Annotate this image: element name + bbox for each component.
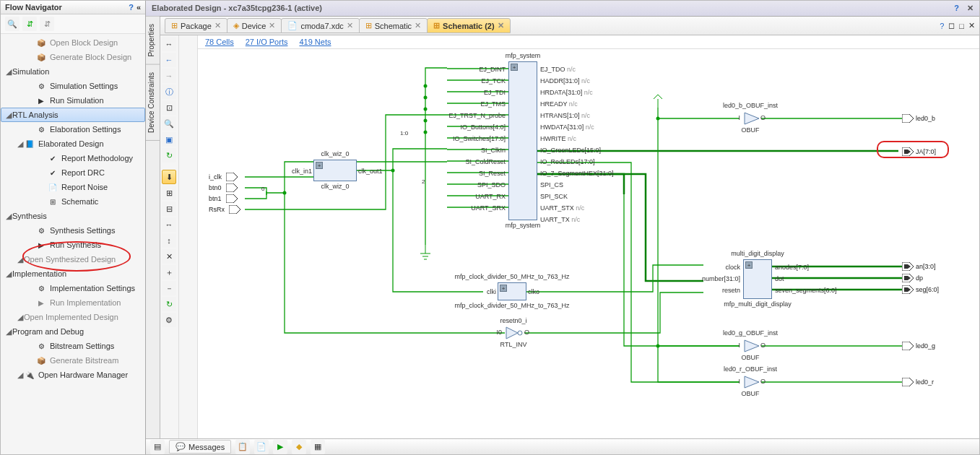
label: SI_ClkIn [481, 147, 506, 154]
remove-icon[interactable]: ✕ [162, 249, 176, 264]
tree-item[interactable]: ✔Report Methodology [1, 151, 145, 165]
cells-link[interactable]: 78 Cells [205, 38, 234, 46]
maximize-icon[interactable]: □ [959, 22, 964, 30]
output-pin[interactable]: an[3:0] [902, 262, 936, 271]
regen2-icon[interactable]: ↻ [162, 297, 176, 311]
tab-properties[interactable]: Properties [146, 17, 160, 65]
minus-icon[interactable]: － [162, 281, 176, 295]
cursor-icon[interactable]: ↔ [162, 37, 176, 51]
tree-item[interactable]: ⚙Implementation Settings [1, 281, 145, 295]
svg-text:0: 0 [261, 186, 265, 192]
collapse-tree-icon[interactable]: ⇵ [40, 17, 54, 31]
help-icon[interactable]: ? [940, 22, 944, 30]
tree-item[interactable]: ◢RTL Analysis [1, 108, 145, 122]
tab-schematic-2-[interactable]: ⊞Schematic (2)✕ [427, 18, 511, 33]
tree-item[interactable]: ⊞Schematic [1, 194, 145, 209]
settings-icon[interactable]: ⚙ [162, 313, 176, 327]
block-clk_wiz_0[interactable]: + [313, 160, 357, 181]
tree-item[interactable]: 📄Report Noise [1, 180, 145, 194]
info-icon[interactable]: ⓘ [162, 84, 176, 99]
tree-item[interactable]: ◢🔌Open Hardware Manager [1, 368, 145, 382]
label: mfp_system [506, 52, 541, 59]
block-mfp_clock_divider_50_MHz_to_763_Hz[interactable]: + [498, 282, 526, 300]
tree-item[interactable]: ◢Simulation [1, 64, 145, 79]
label: mfp_clock_divider_50_MHz_to_763_Hz [454, 273, 569, 280]
sb-icon-1[interactable]: 📋 [235, 440, 250, 454]
tree-item[interactable]: ⚙Simulation Settings [1, 79, 145, 93]
ports-link[interactable]: 27 I/O Ports [246, 38, 288, 46]
tab-device-constraints[interactable]: Device Constraints [146, 65, 160, 141]
tree-item[interactable]: ✔Report DRC [1, 165, 145, 180]
block-multi_digit_display[interactable]: + [743, 259, 772, 299]
svg-marker-25 [745, 340, 759, 352]
show-icon[interactable]: ⊞ [162, 186, 176, 200]
label: HWDATA[31:0] n/c [540, 124, 594, 131]
restore-icon[interactable]: ◻ [948, 21, 955, 30]
nets-link[interactable]: 419 Nets [299, 38, 331, 46]
tab-device[interactable]: ◈Device✕ [227, 18, 282, 33]
buffer[interactable] [743, 339, 760, 355]
input-pin[interactable]: btn0 [209, 183, 238, 192]
help-icon[interactable]: ? [129, 3, 134, 12]
label: clk_wiz_0 [321, 183, 349, 190]
inverter[interactable] [505, 326, 524, 342]
close-tab-icon[interactable]: ✕ [968, 21, 975, 30]
output-pin[interactable]: seg[6:0] [902, 285, 939, 294]
output-pin[interactable]: led0_r [902, 378, 934, 386]
tree-item[interactable]: ◢Program and Debug [1, 324, 145, 339]
plus-icon[interactable]: ＋ [162, 265, 176, 280]
sb-icon-4[interactable]: ◆ [292, 440, 306, 454]
sb-icon-5[interactable]: ▦ [311, 440, 325, 454]
block-mfp_system[interactable]: + [508, 61, 537, 220]
schematic-canvas[interactable]: 78 Cells27 I/O Ports419 Nets1:020i_clkbt… [198, 35, 979, 438]
hide-icon[interactable]: ⊟ [162, 202, 176, 216]
sb-icon-2[interactable]: 📄 [254, 440, 269, 454]
label: EJ_TDO n/c [540, 66, 576, 73]
collapse-h-icon[interactable]: ↕ [162, 233, 176, 248]
select-icon[interactable]: ▣ [162, 132, 176, 147]
input-pin[interactable]: btn1 [209, 194, 238, 203]
console-icon[interactable]: ▤ [150, 440, 165, 454]
svg-point-10 [424, 108, 428, 111]
forward-icon[interactable]: → [162, 69, 176, 83]
tree-item[interactable]: ⚙Synthesis Settings [1, 223, 145, 238]
input-pin[interactable]: i_clk [209, 173, 238, 181]
tree-item[interactable]: ◢Synthesis [1, 209, 145, 223]
search-icon[interactable]: 🔍 [5, 17, 19, 31]
tree-item[interactable]: ◢📘Elaborated Design [1, 136, 145, 151]
tree-item[interactable]: ⚙Bitstream Settings [1, 339, 145, 353]
input-pin[interactable]: RsRx [209, 205, 240, 214]
close-icon[interactable]: ✕ [415, 21, 421, 30]
help-icon[interactable]: ? [954, 4, 959, 12]
highlight-icon[interactable]: ⬇ [162, 170, 176, 184]
label: SI_ColdReset [465, 158, 506, 165]
close-icon[interactable]: ✕ [967, 4, 974, 12]
close-icon[interactable]: ✕ [498, 21, 504, 30]
regen-icon[interactable]: ↻ [162, 148, 176, 162]
sb-icon-3[interactable]: ▶ [273, 440, 287, 454]
zoom-in-icon[interactable]: 🔍 [162, 116, 176, 131]
back-icon[interactable]: ← [162, 53, 176, 67]
tab-schematic[interactable]: ⊞Schematic✕ [359, 18, 428, 33]
expand-icon[interactable]: ⇵ [22, 17, 37, 31]
messages-tab[interactable]: 💬 Messages [169, 440, 231, 454]
buffer[interactable] [743, 111, 760, 127]
close-icon[interactable]: ✕ [269, 21, 275, 30]
label: clk_wiz_0 [321, 150, 349, 157]
buffer[interactable] [743, 375, 760, 391]
close-icon[interactable]: ✕ [347, 21, 353, 30]
flow-nav-header: Flow Navigator ? « [1, 1, 145, 14]
tab-package[interactable]: ⊞Package✕ [165, 18, 227, 33]
expand-h-icon[interactable]: ↔ [162, 217, 176, 232]
close-icon[interactable]: ✕ [214, 21, 221, 30]
tree-item[interactable]: ⚙Elaboration Settings [1, 122, 145, 136]
output-pin[interactable]: led0_b [902, 114, 935, 123]
svg-marker-19 [226, 194, 238, 203]
collapse-icon[interactable]: « [136, 3, 141, 12]
output-pin[interactable]: led0_g [902, 342, 935, 350]
output-pin[interactable]: dp [902, 274, 923, 282]
label: led0_b_OBUF_inst [723, 102, 778, 109]
tab-cmoda7-xdc[interactable]: 📄cmoda7.xdc✕ [281, 18, 359, 33]
zoom-fit-icon[interactable]: ⊡ [162, 100, 176, 115]
tree-item[interactable]: ▶Run Simulation [1, 93, 145, 108]
